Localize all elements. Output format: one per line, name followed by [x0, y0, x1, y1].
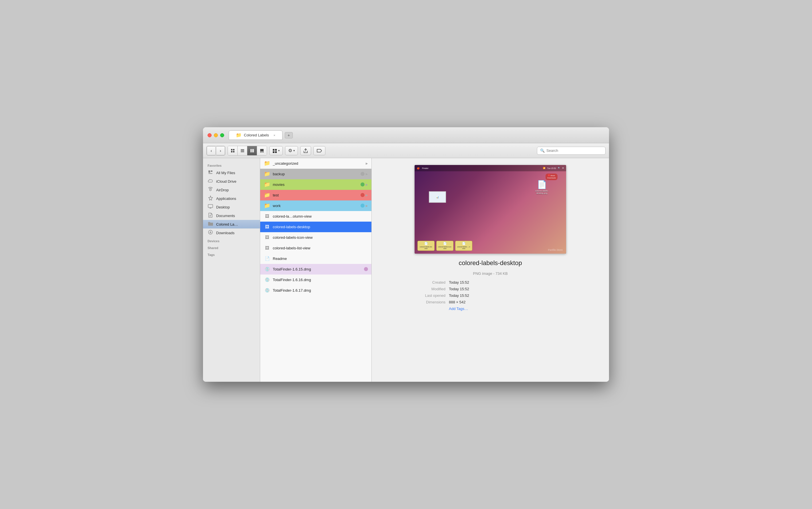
- sidebar-item-label: Colored La…: [216, 222, 238, 227]
- sidebar-item-documents[interactable]: Documents: [203, 211, 260, 220]
- file-name: TotalFinder-1.6.17.dmg: [273, 288, 368, 293]
- add-tags-button[interactable]: Add Tags…: [449, 307, 468, 311]
- file-item-readme[interactable]: 📄 Readme: [260, 253, 372, 264]
- file-item-work[interactable]: 📁 work ▶: [260, 200, 372, 211]
- svg-rect-12: [261, 151, 262, 152]
- list-view-button[interactable]: [238, 146, 247, 155]
- text-icon: 📄: [263, 255, 271, 262]
- file-item-movies[interactable]: 📁 movies ▶: [260, 179, 372, 190]
- svg-rect-10: [260, 149, 263, 151]
- maximize-button[interactable]: [220, 133, 224, 137]
- sidebar-item-downloads[interactable]: Downloads: [203, 229, 260, 237]
- svg-rect-5: [241, 150, 244, 151]
- file-item-test[interactable]: 📁 test ▶: [260, 190, 372, 200]
- svg-rect-22: [208, 204, 213, 208]
- tag-button[interactable]: [313, 146, 325, 155]
- color-dot: [360, 172, 364, 176]
- action-arrow: ▾: [293, 149, 295, 152]
- file-item-column-view[interactable]: 🖼 colored-la…olumn-view: [260, 211, 372, 222]
- file-name: backup: [273, 172, 359, 176]
- column-view-button[interactable]: [247, 146, 257, 155]
- meta-last-opened: Last opened Today 15:52: [415, 294, 566, 298]
- share-button[interactable]: [300, 146, 311, 155]
- file-name: colored-labels-list-view: [273, 246, 368, 250]
- tab-area: 📁 Colored Labels × +: [229, 130, 604, 140]
- file-name: test: [273, 193, 359, 197]
- active-tab[interactable]: 📁 Colored Labels ×: [229, 130, 282, 140]
- file-name: _uncategorized: [273, 161, 364, 166]
- tags-label-empty: [415, 307, 449, 311]
- color-dot: [360, 204, 364, 208]
- sidebar-item-desktop[interactable]: Desktop: [203, 203, 260, 211]
- sidebar-item-icloud-drive[interactable]: iCloud Drive: [203, 177, 260, 185]
- meta-created: Created Today 15:52: [415, 280, 566, 284]
- folder-icon: 📁: [263, 181, 271, 188]
- svg-rect-9: [253, 149, 254, 152]
- desktop-icon: [208, 204, 213, 210]
- folder-icon: 📁: [263, 202, 271, 209]
- created-label: Created: [415, 280, 449, 284]
- svg-rect-18: [208, 170, 210, 173]
- arrange-button[interactable]: ▾: [269, 146, 283, 155]
- file-list: 📁 _uncategorized ▶ 📁 backup ▶ 📁 movies ▶…: [260, 158, 372, 382]
- file-item-tf1617[interactable]: 💿 TotalFinder-1.6.17.dmg: [260, 285, 372, 296]
- sidebar-item-all-my-files[interactable]: All My Files: [203, 168, 260, 177]
- screenshot-icon: 🖼: [263, 223, 271, 230]
- back-button[interactable]: ‹: [207, 146, 216, 155]
- meta-tags[interactable]: Add Tags…: [415, 307, 566, 311]
- file-item-uncategorized[interactable]: 📁 _uncategorized ▶: [260, 158, 372, 169]
- file-name: TotalFinder-1.6.15.dmg: [273, 267, 362, 271]
- sidebar: Favorites All My Files iCloud Drive: [203, 158, 260, 382]
- search-box: 🔍: [537, 147, 606, 155]
- screenshot-icon: 🖼: [263, 213, 271, 219]
- file-item-list-view[interactable]: 🖼 colored-labels-list-view: [260, 243, 372, 253]
- title-bar: 📁 Colored Labels × +: [203, 127, 609, 143]
- preview-image-container: 🍎 Finder 📶 Tue 15:52 🔍 ☰ About: [415, 165, 566, 253]
- view-mode-buttons: [227, 146, 267, 156]
- new-tab-button[interactable]: +: [285, 132, 293, 138]
- search-input[interactable]: [546, 148, 602, 153]
- file-item-tf1616[interactable]: 💿 TotalFinder-1.6.16.dmg: [260, 274, 372, 285]
- nav-buttons: ‹ ›: [206, 146, 225, 156]
- file-item-desktop-selected[interactable]: 🖼 colored-labels-desktop: [260, 222, 372, 232]
- sidebar-item-colored-labels[interactable]: Colored La…: [203, 220, 260, 229]
- airdrop-icon: [208, 187, 213, 193]
- file-item-icon-view[interactable]: 🖼 colored-labels-icon-view: [260, 232, 372, 243]
- thumb-list: colored-labels-list-view: [417, 241, 434, 251]
- preview-filename: colored-labels-desktop: [459, 259, 522, 267]
- file-item-backup[interactable]: 📁 backup ▶: [260, 169, 372, 179]
- folder-icon: 📁: [263, 160, 271, 167]
- about-downloads-badge: AboutDownloads: [545, 174, 558, 180]
- dmg-icon: 💿: [263, 287, 271, 294]
- close-button[interactable]: [208, 133, 212, 137]
- file-name: colored-labels-icon-view: [273, 235, 368, 240]
- svg-rect-17: [275, 151, 277, 153]
- action-button[interactable]: ⚙ ▾: [285, 146, 298, 155]
- meta-modified: Modified Today 15:52: [415, 287, 566, 291]
- last-opened-value: Today 15:52: [449, 294, 469, 298]
- sidebar-item-airdrop[interactable]: AirDrop: [203, 185, 260, 194]
- minimize-button[interactable]: [214, 133, 218, 137]
- svg-rect-0: [231, 149, 233, 150]
- file-item-tf1615[interactable]: 💿 TotalFinder-1.6.15.dmg: [260, 264, 372, 274]
- icon-view-button[interactable]: [228, 146, 238, 155]
- dimensions-label: Dimensions: [415, 300, 449, 304]
- watermark: Panfile.Store: [548, 248, 563, 251]
- color-dot: [364, 267, 368, 271]
- svg-rect-2: [231, 151, 233, 152]
- download-icon: [208, 230, 213, 236]
- screenshot-icon: 🖼: [263, 234, 271, 241]
- gallery-view-button[interactable]: [257, 146, 267, 155]
- file-name: work: [273, 204, 359, 208]
- sidebar-item-applications[interactable]: Applications: [203, 194, 260, 203]
- favorites-label: Favorites: [203, 162, 260, 168]
- file-type: PNG image - 734 KB: [415, 271, 566, 276]
- arrange-arrow: ▾: [278, 149, 280, 152]
- forward-button[interactable]: ›: [216, 146, 225, 155]
- color-dot: [360, 193, 364, 197]
- preview-panel: 🍎 Finder 📶 Tue 15:52 🔍 ☰ About: [372, 158, 609, 382]
- tab-close-button[interactable]: ×: [273, 134, 275, 137]
- svg-rect-20: [208, 173, 212, 174]
- file-name: movies: [273, 182, 359, 187]
- chevron-icon: ▶: [366, 194, 368, 197]
